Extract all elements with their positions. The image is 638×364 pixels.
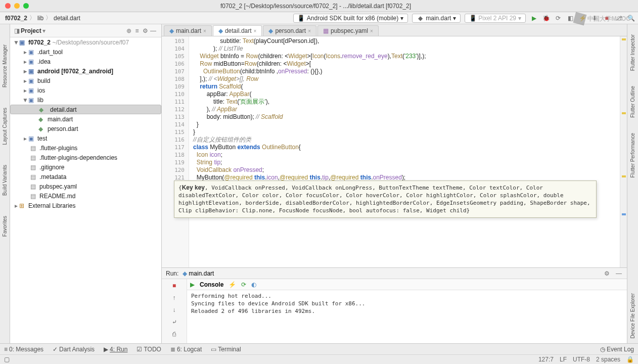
tab-person[interactable]: ◆person.dart× [263, 25, 316, 36]
tab-logcat[interactable]: ≣ 6: Logcat [170, 346, 202, 353]
caret-position[interactable]: 127:7 [538, 356, 554, 363]
tab-pubspec[interactable]: ▦pubspec.yaml× [317, 25, 379, 36]
tab-terminal[interactable]: ▭ Terminal [211, 346, 241, 353]
crumb-folder[interactable]: lib [35, 15, 45, 22]
chevron-down-icon: ▾ [518, 15, 521, 22]
hot-reload-button[interactable]: ⚡ [578, 14, 586, 22]
tab-messages[interactable]: ≡ 0: Messages [4, 346, 43, 353]
devtools-icon[interactable]: ◐ [251, 281, 256, 288]
run-label: Run: [166, 270, 178, 277]
crumb-file[interactable]: detail.dart [52, 15, 82, 22]
debug-button[interactable]: 🐞 [542, 14, 550, 22]
lightning-icon[interactable]: ⚡ [229, 281, 236, 288]
search-icon[interactable]: 🔍 [627, 14, 635, 22]
titlebar: f0702_2 [~/Desktop/lesson/source/f0702_2… [0, 0, 638, 12]
parameter-info-tooltip: {Key key, VoidCallback onPressed, VoidCa… [174, 180, 597, 218]
rail-device-explorer[interactable]: Device File Explorer [630, 293, 635, 338]
code-editor[interactable]: 103 104 105 106 107 108 109 110 111 112 … [162, 36, 627, 267]
hide-icon[interactable]: — [149, 27, 157, 35]
project-panel: ◨ Project ▾ ⊕ ≡ ⚙ — ▼▣f0702_2 ~/Desktop/… [10, 24, 162, 343]
indent-config[interactable]: 2 spaces [596, 356, 620, 363]
file-encoding[interactable]: UTF-8 [573, 356, 590, 363]
navigation-bar: f0702_2 〉 lib 〉 detail.dart 📱 Android SD… [0, 12, 638, 24]
rail-build-variants[interactable]: Build Variants [2, 165, 8, 196]
status-bar: ▢ 127:7 LF UTF-8 2 spaces 🔒 [0, 354, 638, 364]
tab-dart-analysis[interactable]: ✓ Dart Analysis [53, 346, 95, 353]
expand-icon[interactable]: ≡ [133, 27, 141, 35]
run-button[interactable]: ▶ [530, 14, 538, 22]
wrap-icon[interactable]: ⤶ [170, 317, 179, 327]
tab-main[interactable]: ◆main.dart× [164, 25, 212, 36]
window-title: f0702_2 [~/Desktop/lesson/source/f0702_2… [29, 3, 603, 10]
tab-run[interactable]: ▶ 4: Run [104, 346, 127, 353]
code-content[interactable]: subtitle: Text(playCount[dPerson.id]), )… [189, 36, 620, 267]
tab-detail[interactable]: ◆detail.dart× [213, 25, 262, 36]
avd-selector[interactable]: 📱 Pixel 2 API 29 ▾ [465, 14, 526, 23]
profile-button[interactable]: ◧ [566, 14, 574, 22]
console-tab[interactable]: Console [200, 281, 223, 288]
phone-icon: 📱 [469, 15, 476, 22]
reload-icon[interactable]: ⟳ [241, 281, 246, 288]
close-icon[interactable]: × [203, 28, 206, 34]
hide-icon[interactable]: — [615, 269, 623, 278]
rail-favorites[interactable]: Favorites [2, 216, 8, 237]
error-stripe[interactable] [620, 36, 627, 267]
up-icon[interactable]: ↑ [170, 293, 179, 302]
lock-icon[interactable]: 🔒 [626, 356, 634, 363]
editor-area: ◆main.dart× ◆detail.dart× ◆person.dart× … [162, 24, 627, 343]
vcs-button[interactable]: ⎇ [615, 14, 623, 22]
phone-icon: 📱 [298, 15, 305, 22]
right-tool-rail: Flutter Inspector Flutter Outline Flutte… [627, 24, 638, 343]
line-separator[interactable]: LF [560, 356, 567, 363]
print-icon[interactable]: ⎙ [170, 330, 179, 339]
close-icon[interactable]: × [254, 28, 257, 34]
gear-icon[interactable]: ⚙ [141, 27, 149, 35]
bottom-tool-tabs: ≡ 0: Messages ✓ Dart Analysis ▶ 4: Run ☑… [0, 343, 638, 354]
zoom-window[interactable] [23, 3, 29, 9]
close-icon[interactable]: × [370, 28, 373, 34]
dart-icon: ◆ [417, 15, 424, 22]
rail-flutter-inspector[interactable]: Flutter Inspector [630, 34, 635, 71]
device-selector[interactable]: 📱 Android SDK built for x86 (mobile) ▾ [293, 14, 408, 23]
console-output[interactable]: Performing hot reload... Syncing files t… [187, 290, 627, 343]
line-gutter: 103 104 105 106 107 108 109 110 111 112 … [162, 36, 189, 267]
tab-todo[interactable]: ☑ TODO [136, 346, 161, 353]
project-view-selector[interactable]: ◨ Project ▾ [14, 27, 45, 34]
run-icon[interactable]: ▶ [190, 281, 195, 288]
stop-button[interactable]: ■ [603, 14, 611, 22]
down-icon[interactable]: ↓ [170, 305, 179, 314]
rail-flutter-outline[interactable]: Flutter Outline [630, 86, 635, 118]
rail-resource-manager[interactable]: Resource Manager [2, 44, 8, 87]
rail-layout-captures[interactable]: Layout Captures [2, 108, 8, 145]
stop-button[interactable]: ■ [170, 281, 179, 290]
attach-button[interactable]: ⬇ [590, 14, 599, 22]
run-config-selector[interactable]: ◆ main.dart ▾ [412, 14, 461, 23]
left-tool-rail: Resource Manager Layout Captures Build V… [0, 24, 10, 343]
gear-icon[interactable]: ⚙ [603, 269, 611, 278]
run-side-toolbar: ■ ↑ ↓ ⤶ ⎙ [162, 279, 187, 343]
editor-tabs: ◆main.dart× ◆detail.dart× ◆person.dart× … [162, 24, 627, 36]
rail-flutter-performance[interactable]: Flutter Performance [630, 133, 635, 177]
close-window[interactable] [5, 3, 11, 9]
crumb-project[interactable]: f0702_2 [3, 15, 29, 22]
chevron-down-icon: ▾ [453, 15, 456, 22]
chevron-down-icon: ▾ [400, 15, 403, 22]
run-tool-window: Run: ◆main.dart ⚙ — ■ ↑ ↓ ⤶ ⎙ ▶ Console [162, 267, 627, 343]
run-config-label[interactable]: ◆main.dart [183, 270, 214, 277]
locate-icon[interactable]: ⊕ [125, 27, 133, 35]
tab-event-log[interactable]: ◷ Event Log [600, 346, 634, 353]
project-tree[interactable]: ▼▣f0702_2 ~/Desktop/lesson/source/f07 ▸▣… [10, 37, 161, 343]
close-icon[interactable]: × [308, 28, 311, 34]
status-icon[interactable]: ▢ [4, 356, 10, 363]
coverage-button[interactable]: ⟳ [554, 14, 562, 22]
window-controls [0, 3, 29, 9]
minimize-window[interactable] [14, 3, 20, 9]
